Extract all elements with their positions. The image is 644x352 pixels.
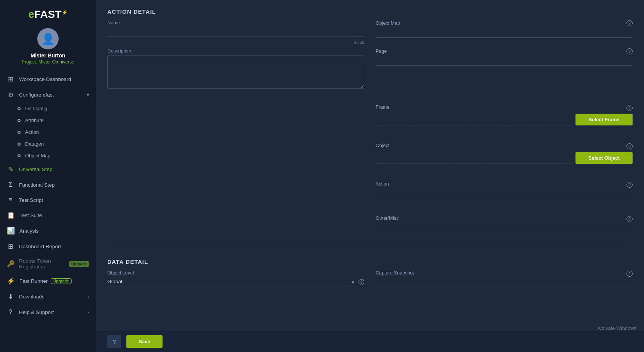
data-detail-title: DATA DETAIL bbox=[107, 253, 633, 270]
dashboard-icon: ⊞ bbox=[7, 243, 14, 251]
page-label: Page ? bbox=[376, 48, 633, 54]
data-detail-section: DATA DETAIL Object Level Global Local Cu… bbox=[96, 246, 644, 298]
name-input[interactable] bbox=[107, 27, 364, 37]
chevron-right-icon: › bbox=[88, 294, 89, 300]
object-level-help-icon[interactable]: ? bbox=[359, 279, 365, 285]
user-name: Mister Burton bbox=[31, 52, 65, 59]
dot-icon bbox=[18, 107, 21, 110]
upgrade-outline-badge[interactable]: Upgrade bbox=[51, 278, 72, 284]
object-line bbox=[376, 163, 572, 164]
sidebar-item-fast-runner[interactable]: ⚡ Fast Runner Upgrade bbox=[0, 273, 96, 289]
chart-icon: 📊 bbox=[7, 227, 15, 235]
logo: eFAST⚡ bbox=[28, 8, 67, 21]
capture-snapshot-label: Capture Snapshot bbox=[376, 270, 414, 276]
sidebar-item-action[interactable]: Action bbox=[0, 126, 96, 138]
frame-line bbox=[376, 125, 572, 125]
grid-icon: ⊞ bbox=[7, 75, 14, 83]
capture-snapshot-field: Capture Snapshot ? bbox=[376, 270, 633, 287]
user-area: 👤 Mister Burton Project: Mister Omnivers… bbox=[0, 24, 96, 71]
sidebar-item-test-suite[interactable]: 📋 Test Suite bbox=[0, 208, 96, 223]
logo-area: eFAST⚡ bbox=[0, 0, 96, 24]
help-bottom-icon[interactable]: ? bbox=[107, 335, 121, 348]
clipboard-icon: 📋 bbox=[7, 211, 15, 219]
sidebar-item-datagen[interactable]: Datagen bbox=[0, 138, 96, 150]
action-misc-grid: Action ? bbox=[96, 174, 644, 209]
object-label: Object bbox=[376, 143, 389, 148]
sidebar-label-fast-runner: Fast Runner bbox=[19, 278, 48, 284]
save-button[interactable]: Save bbox=[126, 335, 162, 348]
page-input[interactable] bbox=[376, 56, 633, 66]
select-object-button[interactable]: Select Object bbox=[575, 152, 633, 164]
other-misc-help-icon[interactable]: ? bbox=[626, 216, 633, 222]
object-level-select[interactable]: Global Local Custom bbox=[107, 277, 355, 287]
object-map-input[interactable] bbox=[376, 28, 633, 38]
sidebar: eFAST⚡ 👤 Mister Burton Project: Mister O… bbox=[0, 0, 96, 352]
sidebar-item-universal-step[interactable]: ✎ Universal Step bbox=[0, 162, 96, 177]
action-help-icon[interactable]: ? bbox=[626, 182, 633, 188]
page-field: Page ? bbox=[376, 48, 633, 66]
sidebar-label-init-config: Init Config bbox=[25, 106, 48, 111]
sidebar-label-test-suite: Test Suite bbox=[19, 212, 42, 218]
object-level-field: Object Level Global Local Custom ▾ ? bbox=[107, 270, 364, 287]
sidebar-label-functional-step: Functional Step bbox=[19, 182, 55, 188]
upgrade-badge[interactable]: Upgrade bbox=[69, 261, 89, 267]
other-misc-input[interactable] bbox=[376, 222, 633, 232]
name-field: Name 0 / 32 bbox=[107, 20, 364, 38]
sidebar-item-downloads[interactable]: ⬇ Downloads › bbox=[0, 289, 96, 304]
sigma-icon: Σ bbox=[7, 181, 14, 189]
sidebar-item-test-script[interactable]: ≡ Test Script bbox=[0, 192, 96, 208]
sidebar-label-dashboard-report: Dashboard Report bbox=[19, 244, 61, 249]
capture-snapshot-help-icon[interactable]: ? bbox=[626, 271, 633, 277]
sidebar-label-datagen: Datagen bbox=[25, 141, 44, 147]
sidebar-label-downloads: Downloads bbox=[19, 294, 45, 300]
object-map-field: Object Map ? bbox=[376, 20, 633, 38]
sidebar-item-help-support[interactable]: ? Help & Support › bbox=[0, 304, 96, 320]
object-help-icon[interactable]: ? bbox=[626, 143, 633, 149]
action-input[interactable] bbox=[376, 188, 633, 198]
sidebar-item-runner-token[interactable]: 🔑 Runner Token Registration Upgrade bbox=[0, 254, 96, 273]
gear-icon: ⚙ bbox=[7, 91, 14, 99]
description-label: Description bbox=[107, 48, 364, 54]
dot-icon bbox=[18, 143, 21, 146]
action-detail-title: ACTION DETAIL bbox=[96, 0, 644, 20]
sidebar-item-init-config[interactable]: Init Config bbox=[0, 103, 96, 114]
dot-icon bbox=[18, 119, 21, 122]
other-misc-label: Other/Misc bbox=[376, 216, 399, 221]
object-action-grid: Object ? Select Object bbox=[96, 136, 644, 174]
name-count: 0 / 32 bbox=[354, 40, 364, 44]
object-map-help-icon[interactable]: ? bbox=[626, 20, 633, 26]
user-icon: 👤 bbox=[41, 33, 55, 45]
sidebar-label-attribute: Attribute bbox=[25, 117, 43, 123]
sidebar-label-universal-step: Universal Step bbox=[19, 166, 53, 172]
dot-icon bbox=[18, 131, 21, 134]
sidebar-item-analysis[interactable]: 📊 Analysis bbox=[0, 223, 96, 239]
edit-icon: ✎ bbox=[7, 165, 14, 173]
sidebar-item-configure-efast[interactable]: ⚙ Configure efast ▾ bbox=[0, 87, 96, 103]
sidebar-item-workspace-dashboard[interactable]: ⊞ Workspace Dashboard bbox=[0, 71, 96, 87]
project-name: Project: Mister Omniverse bbox=[22, 59, 74, 65]
data-detail-grid: Object Level Global Local Custom ▾ ? Cap… bbox=[107, 270, 633, 298]
avatar: 👤 bbox=[37, 28, 59, 49]
list-icon: ≡ bbox=[7, 196, 14, 204]
sidebar-label-runner-token: Runner Token Registration bbox=[19, 258, 66, 270]
frame-help-icon[interactable]: ? bbox=[626, 105, 633, 111]
description-textarea[interactable] bbox=[107, 55, 364, 89]
help-icon: ? bbox=[7, 308, 14, 316]
frame-label: Frame bbox=[376, 105, 389, 110]
chevron-down-icon: ▾ bbox=[87, 92, 89, 98]
sidebar-item-functional-step[interactable]: Σ Functional Step bbox=[0, 177, 96, 192]
sidebar-item-dashboard-report[interactable]: ⊞ Dashboard Report bbox=[0, 239, 96, 254]
select-frame-button[interactable]: Select Frame bbox=[575, 114, 633, 125]
frame-field: Frame ? Select Frame bbox=[376, 105, 633, 125]
sidebar-label-configure-efast: Configure efast bbox=[19, 92, 54, 98]
name-label: Name bbox=[107, 20, 364, 25]
description-field: Description bbox=[107, 48, 364, 90]
object-map-label: Object Map ? bbox=[376, 20, 633, 26]
sidebar-label-workspace-dashboard: Workspace Dashboard bbox=[19, 76, 71, 82]
sidebar-item-attribute[interactable]: Attribute bbox=[0, 114, 96, 126]
capture-snapshot-input[interactable] bbox=[376, 277, 633, 287]
sidebar-label-analysis: Analysis bbox=[19, 228, 38, 234]
sidebar-item-object-map[interactable]: Object Map bbox=[0, 150, 96, 162]
sidebar-label-object-map: Object Map bbox=[25, 153, 50, 159]
page-help-icon[interactable]: ? bbox=[626, 48, 633, 54]
